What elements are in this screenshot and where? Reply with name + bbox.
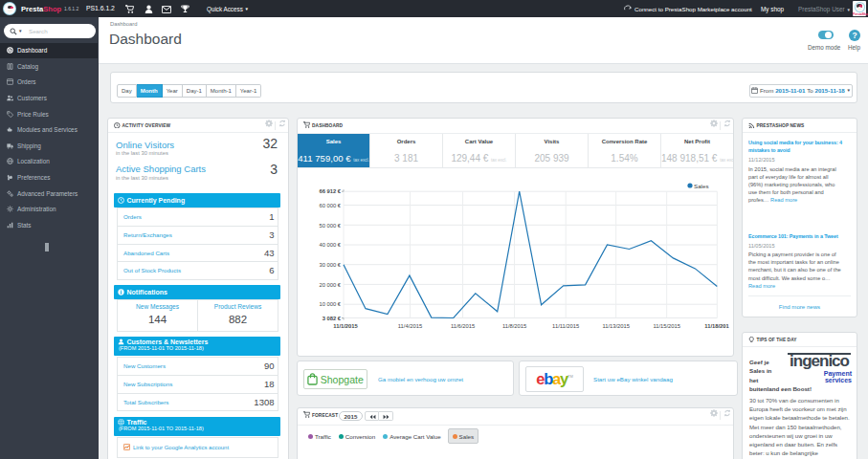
svg-text:11/15/2015: 11/15/2015 [653,323,680,329]
svg-text:60 000 €: 60 000 € [319,203,341,208]
svg-text:40 000 €: 40 000 € [319,242,341,248]
svg-text:30 000 €: 30 000 € [319,262,341,268]
svg-text:10 000 €: 10 000 € [319,301,341,307]
svg-text:11/4/2015: 11/4/2015 [398,323,422,329]
svg-text:11/11/2015: 11/11/2015 [552,323,579,329]
svg-text:11/1/2015: 11/1/2015 [333,323,358,329]
svg-text:11/6/2015: 11/6/2015 [451,323,475,329]
svg-text:20 000 €: 20 000 € [319,282,341,288]
svg-text:Sales: Sales [694,183,708,189]
svg-text:11/8/2015: 11/8/2015 [502,323,526,329]
svg-text:11/13/2015: 11/13/2015 [602,323,630,329]
svg-text:3 082 €: 3 082 € [323,316,342,321]
svg-text:66 912 €: 66 912 € [319,188,341,194]
svg-text:50 000 €: 50 000 € [319,223,341,229]
svg-text:11/18/201: 11/18/201 [704,323,729,329]
